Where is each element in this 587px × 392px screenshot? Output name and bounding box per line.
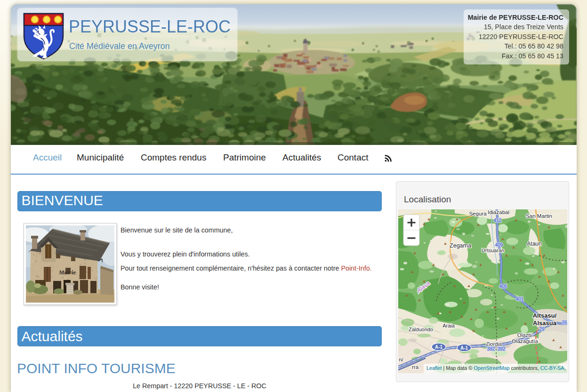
- svg-text:Leaflet | Map data © OpenStree: Leaflet | Map data © OpenStreetMap contr…: [426, 365, 565, 371]
- svg-text:Idiazabal: Idiazabal: [488, 209, 509, 215]
- svg-text:29: 29: [539, 327, 545, 332]
- svg-text:Zegama: Zegama: [450, 242, 471, 249]
- svg-text:Urtsuaran: Urtsuaran: [482, 248, 504, 253]
- svg-text:Araia: Araia: [442, 323, 455, 328]
- svg-text:Olazagutía: Olazagutía: [512, 338, 538, 344]
- svg-text:26: 26: [562, 320, 567, 325]
- svg-text:392: 392: [487, 346, 495, 352]
- svg-text:Zalduondo: Zalduondo: [409, 327, 433, 332]
- svg-text:Mairie: Mairie: [58, 269, 76, 276]
- svg-text:409: 409: [495, 242, 503, 248]
- svg-text:n/: n/: [399, 357, 403, 362]
- svg-text:rra: rra: [412, 364, 419, 370]
- svg-text:Olazti/: Olazti/: [517, 332, 533, 338]
- svg-text:Alsasua: Alsasua: [533, 320, 557, 327]
- svg-text:A-1: A-1: [460, 345, 468, 351]
- svg-text:405: 405: [499, 284, 507, 289]
- svg-text:412: 412: [494, 218, 502, 223]
- svg-text:Altsasu/: Altsasu/: [533, 312, 557, 319]
- svg-text:San Martin: San Martin: [526, 213, 552, 219]
- svg-text:A-1: A-1: [435, 344, 443, 350]
- svg-text:Ataun: Ataun: [527, 240, 541, 247]
- svg-text:Segura: Segura: [469, 211, 487, 216]
- svg-text:392: 392: [498, 346, 506, 352]
- svg-text:401: 401: [516, 296, 524, 302]
